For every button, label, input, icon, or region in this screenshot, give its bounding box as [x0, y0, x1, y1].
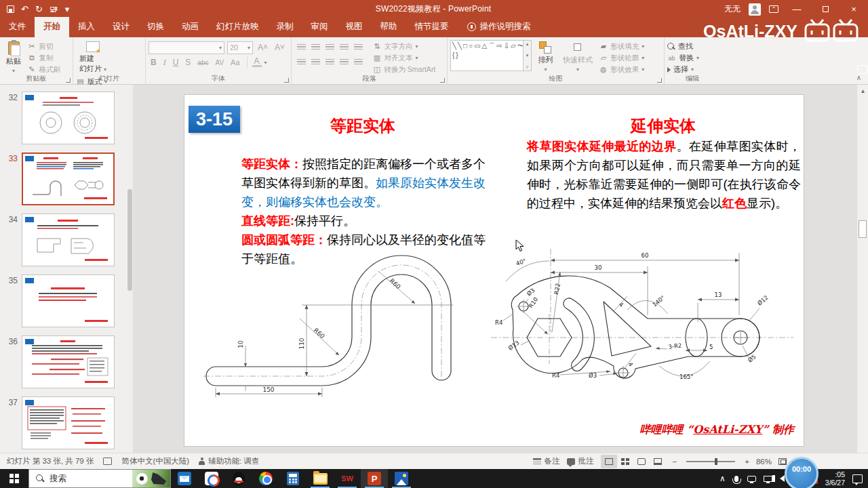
tab-transitions[interactable]: 切换: [138, 17, 173, 37]
decrease-indent-icon[interactable]: [326, 44, 334, 51]
normal-view-button[interactable]: [601, 455, 617, 468]
save-icon[interactable]: [7, 5, 14, 13]
drawing-dialog-launcher-icon[interactable]: [657, 78, 662, 83]
close-button[interactable]: ×: [844, 0, 864, 18]
avatar[interactable]: [749, 3, 761, 16]
slideshow-view-button[interactable]: [650, 455, 666, 468]
slide-footer-credit[interactable]: 哔哩哔哩 “OsAtLi-ZXY” 制作: [639, 423, 794, 437]
bold-button[interactable]: B: [149, 58, 159, 67]
tab-storyboarding[interactable]: 情节提要: [406, 17, 458, 37]
shapes-gallery-scrollbar[interactable]: ▴▾▿: [524, 40, 532, 71]
customize-qat-icon[interactable]: ▾: [65, 5, 70, 14]
notes-toggle[interactable]: 备注: [533, 456, 560, 466]
comments-toggle[interactable]: 批注: [567, 456, 594, 466]
shape-fill-button[interactable]: ▰形状填充▾: [599, 41, 644, 52]
maximize-button[interactable]: [815, 0, 835, 18]
action-center-icon[interactable]: [852, 474, 863, 483]
clipboard-dialog-launcher-icon[interactable]: [66, 78, 71, 83]
shape-effects-button[interactable]: ◍形状效果▾: [599, 64, 644, 75]
display-settings-icon[interactable]: [103, 458, 112, 465]
arrange-button[interactable]: 排列▾: [534, 40, 556, 75]
tray-display-icon[interactable]: [764, 476, 772, 482]
cut-button[interactable]: ✂剪切: [27, 41, 60, 52]
zoom-slider-thumb[interactable]: [715, 458, 717, 465]
quick-styles-button[interactable]: 快速样式▾: [559, 40, 596, 75]
underline-button[interactable]: U: [171, 58, 181, 67]
taskbar-clock[interactable]: :05 3/6/27: [825, 470, 845, 487]
taskbar-mail-icon[interactable]: [171, 469, 198, 488]
change-case-button[interactable]: Aa: [229, 58, 241, 66]
convert-smartart-button[interactable]: ◫转换为 SmartArt: [372, 64, 435, 75]
decrease-font-icon[interactable]: A˅: [273, 43, 287, 52]
format-painter-button[interactable]: ✎格式刷: [27, 64, 60, 75]
scrollbar-thumb[interactable]: [859, 220, 867, 238]
thumbnail-slide-35[interactable]: 35: [4, 274, 115, 327]
find-button[interactable]: 查找: [667, 41, 699, 52]
align-text-button[interactable]: ▥对齐文本▾: [372, 53, 435, 63]
align-center-icon[interactable]: [311, 59, 320, 66]
right-text-block[interactable]: 将草图实体延伸最近的边界。在延伸草图实体时，如果两个方向都可以延伸，而只需要单一…: [527, 137, 801, 213]
font-color-button[interactable]: A: [252, 58, 262, 67]
taskbar-solidworks-icon[interactable]: SW: [334, 469, 361, 488]
minimize-button[interactable]: —: [787, 0, 807, 18]
left-technical-drawing[interactable]: 110 150 10 R60 R60: [197, 245, 481, 420]
taskbar-chrome-icon[interactable]: [252, 469, 279, 488]
numbering-icon[interactable]: [311, 44, 320, 51]
thumbnail-slide-33-current[interactable]: 33: [4, 152, 115, 205]
thumbnail-slide-36[interactable]: 36: [4, 336, 115, 388]
ribbon-display-options-icon[interactable]: ⌃: [769, 5, 778, 13]
align-right-icon[interactable]: [326, 59, 334, 66]
zoom-level[interactable]: 86%: [756, 458, 772, 466]
thumbnail-scrollbar[interactable]: [127, 87, 132, 447]
justify-icon[interactable]: [340, 59, 349, 66]
taskbar-calculator-icon[interactable]: [279, 469, 307, 488]
fit-slide-icon[interactable]: [778, 458, 787, 465]
line-spacing-icon[interactable]: [354, 44, 363, 51]
increase-font-icon[interactable]: A˄: [256, 43, 270, 52]
taskbar-file-explorer-icon[interactable]: [307, 469, 334, 488]
tab-insert[interactable]: 插入: [69, 17, 104, 37]
replace-button[interactable]: ab替换▾: [667, 53, 699, 63]
text-shadow-button[interactable]: S: [183, 58, 193, 67]
tray-camera-icon[interactable]: [747, 476, 756, 482]
paste-button[interactable]: 粘贴▾: [3, 40, 24, 75]
taskbar-powerpoint-icon[interactable]: P: [361, 469, 388, 488]
font-size-combobox[interactable]: 20▾: [227, 41, 253, 54]
zoom-in-icon[interactable]: +: [745, 458, 749, 466]
taskbar-search[interactable]: 搜索: [28, 469, 171, 488]
taskbar-qq-icon[interactable]: [225, 469, 252, 488]
zoom-out-icon[interactable]: −: [673, 458, 677, 466]
vertical-scrollbar[interactable]: ▲: [856, 85, 868, 453]
thumbnail-slide-34[interactable]: 34: [4, 214, 115, 266]
new-slide-button[interactable]: 新建幻灯片 ▾: [76, 40, 110, 75]
right-technical-drawing[interactable]: 60 30 40° R22 R10 Ø3 R4 Ø13 140° 13 Ø12 …: [490, 247, 796, 418]
zoom-slider[interactable]: [686, 461, 735, 462]
select-button[interactable]: 选择▾: [667, 64, 699, 75]
thumbnail-slide-32[interactable]: 32: [4, 92, 115, 144]
accessibility-status[interactable]: 辅助功能: 调查: [199, 456, 259, 466]
undo-icon[interactable]: ↶: [21, 5, 28, 14]
slide-sorter-view-button[interactable]: [617, 455, 633, 468]
shape-outline-button[interactable]: ▱形状轮廓▾: [599, 53, 644, 63]
strikethrough-button[interactable]: abc: [195, 59, 210, 66]
taskbar-photos-icon[interactable]: [388, 469, 415, 488]
character-spacing-button[interactable]: AV: [213, 59, 226, 66]
tab-slideshow[interactable]: 幻灯片放映: [208, 17, 268, 37]
bullets-icon[interactable]: [297, 44, 306, 51]
tab-review[interactable]: 审阅: [302, 17, 337, 37]
recording-timer-overlay[interactable]: 00:00: [785, 457, 818, 488]
tray-microphone-icon[interactable]: [734, 476, 738, 482]
tab-help[interactable]: 帮助: [372, 17, 406, 37]
left-title[interactable]: 等距实体: [241, 115, 484, 137]
start-button[interactable]: [0, 469, 28, 488]
account-name[interactable]: 无无: [724, 3, 741, 15]
slide-number-badge[interactable]: 3-15: [189, 106, 240, 133]
copy-button[interactable]: ⧉复制: [27, 53, 60, 63]
reading-view-button[interactable]: [633, 455, 650, 468]
tab-record[interactable]: 录制: [268, 17, 302, 37]
right-title[interactable]: 延伸实体: [527, 115, 800, 137]
language-status[interactable]: 简体中文(中国大陆): [121, 456, 189, 466]
font-dialog-launcher-icon[interactable]: [284, 78, 289, 83]
scroll-up-icon[interactable]: ▲: [857, 86, 868, 96]
paragraph-dialog-launcher-icon[interactable]: [440, 78, 445, 83]
